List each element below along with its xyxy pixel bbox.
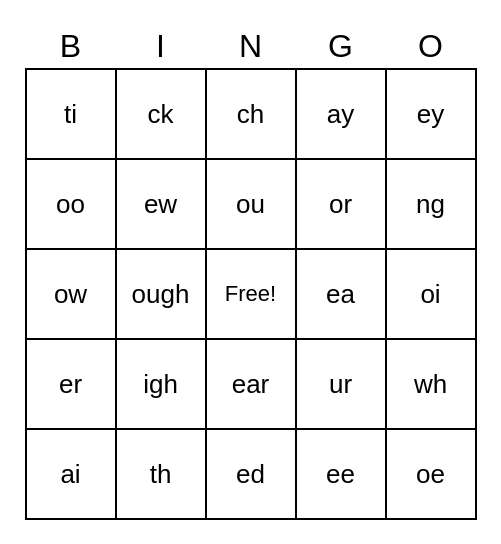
cell-r2c5: ng [387, 160, 477, 250]
bingo-card: B I N G O ti ck ch ay ey oo ew ou or ng … [25, 24, 477, 520]
header-n: N [206, 24, 296, 68]
cell-r3c1: ow [27, 250, 117, 340]
cell-r5c2: th [117, 430, 207, 520]
cell-r1c4: ay [297, 70, 387, 160]
cell-r5c1: ai [27, 430, 117, 520]
cell-r4c5: wh [387, 340, 477, 430]
header-i: I [116, 24, 206, 68]
cell-r5c4: ee [297, 430, 387, 520]
header-b: B [26, 24, 116, 68]
bingo-grid: ti ck ch ay ey oo ew ou or ng ow ough Fr… [25, 68, 477, 520]
header-o: O [386, 24, 476, 68]
cell-r4c1: er [27, 340, 117, 430]
cell-r5c5: oe [387, 430, 477, 520]
cell-r4c4: ur [297, 340, 387, 430]
cell-r1c3: ch [207, 70, 297, 160]
cell-r3c4: ea [297, 250, 387, 340]
cell-r5c3: ed [207, 430, 297, 520]
cell-r1c1: ti [27, 70, 117, 160]
cell-r1c2: ck [117, 70, 207, 160]
cell-r3c5: oi [387, 250, 477, 340]
bingo-header: B I N G O [26, 24, 476, 68]
cell-r2c4: or [297, 160, 387, 250]
cell-r1c5: ey [387, 70, 477, 160]
cell-r2c3: ou [207, 160, 297, 250]
cell-r2c2: ew [117, 160, 207, 250]
cell-r2c1: oo [27, 160, 117, 250]
cell-r3c3-free: Free! [207, 250, 297, 340]
cell-r4c2: igh [117, 340, 207, 430]
header-g: G [296, 24, 386, 68]
cell-r4c3: ear [207, 340, 297, 430]
cell-r3c2: ough [117, 250, 207, 340]
